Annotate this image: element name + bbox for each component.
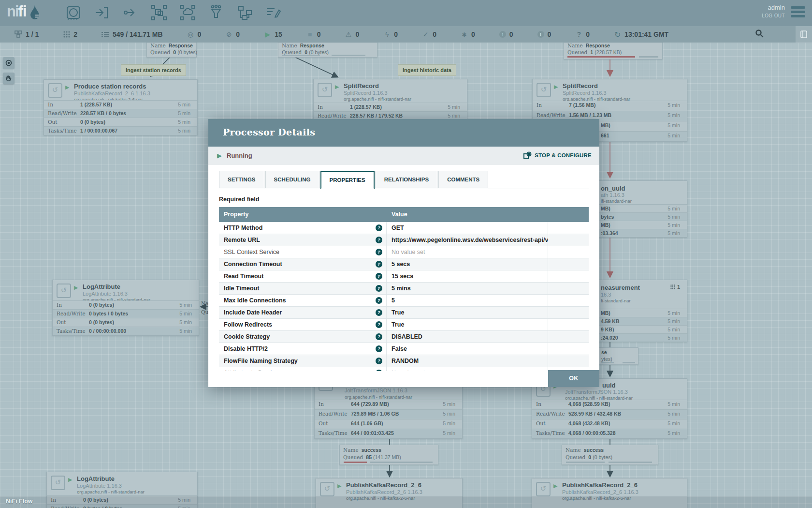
stat-row: Read/Write0 bytes / 0 bytes5 min [53, 309, 199, 318]
help-icon[interactable] [376, 237, 382, 243]
property-row: HTTP MethodGET [219, 222, 589, 234]
status-bar: 1 / 1 2 549 / 141.71 MB 0 0 15 0 0 0 0 0… [0, 26, 812, 43]
required-field-hint: Required field [219, 196, 589, 203]
label-icon[interactable] [265, 4, 281, 21]
property-row: Max Idle Connections5 [219, 295, 589, 307]
transmitting-icon [187, 30, 194, 38]
ok-button[interactable]: OK [548, 370, 599, 387]
stat-row: Tasks/Time4,068 / 00:00:05.3285 min [532, 429, 687, 438]
stat-row: In1 (228.57 KB)5 min [314, 103, 467, 111]
help-icon[interactable] [376, 249, 382, 255]
up-to-date-icon [422, 30, 429, 38]
running-icon [217, 152, 222, 159]
refresh-icon[interactable] [614, 30, 621, 39]
tab-scheduling[interactable]: SCHEDULING [265, 171, 319, 188]
property-row: SSL Context ServiceNo value set [219, 246, 589, 258]
help-icon[interactable] [376, 321, 382, 328]
disabled-icon [383, 30, 391, 38]
refresh-status[interactable]: 13:01:41 GMT [614, 30, 668, 39]
help-icon[interactable] [376, 224, 382, 231]
processor-clipped-uuid[interactable]: uuid JoltTransformJSON 1.16.3 org.apache… [532, 378, 687, 439]
help-icon[interactable] [376, 345, 382, 352]
locally-modified-stale-status: !0 [537, 30, 551, 38]
funnel-icon[interactable] [208, 4, 224, 21]
sync-failure-status: 0 [575, 30, 590, 38]
processor-stamp-icon [51, 476, 65, 490]
column-value: Value [387, 207, 548, 222]
output-port-icon[interactable] [122, 4, 139, 21]
connection-label[interactable]: Namesuccess Queued0(0 bytes) [562, 445, 658, 465]
stat-row: Out0 (0 bytes)5 min [53, 318, 199, 327]
template-icon[interactable] [236, 4, 253, 21]
dialog-title: Processor Details [208, 119, 599, 137]
property-row: Follow RedirectsTrue [219, 319, 589, 331]
logout-link[interactable]: LOG OUT [762, 13, 785, 18]
run-status-text: Running [227, 152, 252, 159]
connection-label-clipped[interactable]: se ytes) [599, 347, 638, 365]
processor-stamp-icon [320, 482, 334, 496]
processor-stamp-icon [536, 83, 551, 97]
help-icon[interactable] [376, 297, 382, 304]
tab-relationships[interactable]: RELATIONSHIPS [376, 171, 437, 188]
running-icon [68, 477, 72, 483]
clipped-label-fragment: Qu [201, 309, 208, 315]
help-icon[interactable] [376, 358, 382, 364]
help-icon[interactable] [376, 333, 382, 340]
connection-label[interactable]: NameResponse Queued1(228.57 KB) [564, 41, 663, 60]
up-to-date-status: 0 [422, 30, 436, 38]
help-icon[interactable] [376, 261, 382, 268]
processor-logattribute[interactable]: LogAttribute LogAttribute 1.16.3 org.apa… [52, 280, 199, 336]
stat-row: Out4,068 (432.48 KB)5 min [532, 419, 687, 429]
last-refresh-time: 13:01:41 GMT [624, 30, 668, 38]
sync-failure-icon [575, 30, 582, 38]
canvas-label[interactable]: Ingest historic data [398, 64, 456, 76]
stat-row: In1 (228.57 KB)5 min [44, 100, 197, 109]
process-group-icon[interactable] [151, 4, 167, 21]
property-row: Remote URLhttps://www.pegelonline.wsv.de… [219, 234, 589, 246]
properties-table-header: Property Value [219, 207, 589, 222]
property-row: Connection Timeout5 secs [219, 258, 589, 270]
connection-label[interactable]: NameResponse Queued0(0 bytes) [146, 41, 197, 58]
locally-modified-stale-icon: ! [537, 31, 544, 38]
threads-status: 2 [63, 30, 77, 38]
birdseye-button[interactable] [3, 57, 14, 69]
running-icon [553, 483, 557, 489]
search-icon[interactable] [755, 29, 764, 40]
help-icon[interactable] [376, 309, 382, 316]
help-icon[interactable] [376, 370, 382, 371]
stat-row: In7 (1.56 MB)5 min [533, 101, 687, 111]
processor-icon[interactable] [65, 4, 82, 21]
connection-label[interactable]: Namesuccess Queued85(141.37 MB) [339, 445, 438, 465]
stale-icon: ↑ [499, 31, 506, 38]
dialog-status-bar: Running STOP & CONFIGURE [208, 147, 599, 165]
connection-label[interactable]: NameResponse Queued0(0 bytes) [278, 41, 377, 58]
tab-comments[interactable]: COMMENTS [438, 171, 488, 188]
global-menu-icon[interactable] [791, 6, 805, 19]
processor-produce-station-records[interactable]: Produce station records PublishKafkaReco… [44, 79, 198, 135]
tab-settings[interactable]: SETTINGS [219, 171, 264, 188]
input-port-icon[interactable] [94, 4, 110, 21]
dialog-header: Processor Details [208, 119, 599, 147]
remote-process-group-icon[interactable] [179, 4, 196, 21]
operate-panel-toggle-icon[interactable] [796, 26, 812, 43]
active-threads-badge: 1 [670, 284, 680, 290]
cluster-icon [14, 30, 22, 38]
stop-and-configure-button[interactable]: STOP & CONFIGURE [523, 151, 592, 159]
running-status: 15 [264, 30, 282, 38]
help-icon[interactable] [376, 285, 382, 292]
stat-row: Out644 (1.06 GB)5 min [315, 419, 462, 429]
breadcrumb[interactable]: NiFi Flow [6, 498, 33, 505]
running-icon [335, 84, 339, 90]
help-icon[interactable] [376, 273, 382, 280]
nifi-logo: nifi [7, 3, 41, 20]
property-row: Disable HTTP/2False [219, 343, 589, 355]
processor-stamp-icon [57, 284, 71, 298]
stopped-icon [306, 30, 314, 38]
stat-row: Tasks/Time1 / 00:00:00.0675 min [44, 126, 197, 135]
canvas-label[interactable]: Ingest station records [121, 64, 186, 76]
column-property: Property [219, 207, 387, 222]
locally-modified-icon [461, 30, 468, 38]
pan-hand-button[interactable] [3, 73, 14, 84]
tab-properties[interactable]: PROPERTIES [320, 171, 375, 189]
transmitting-status: 0 [187, 30, 202, 38]
